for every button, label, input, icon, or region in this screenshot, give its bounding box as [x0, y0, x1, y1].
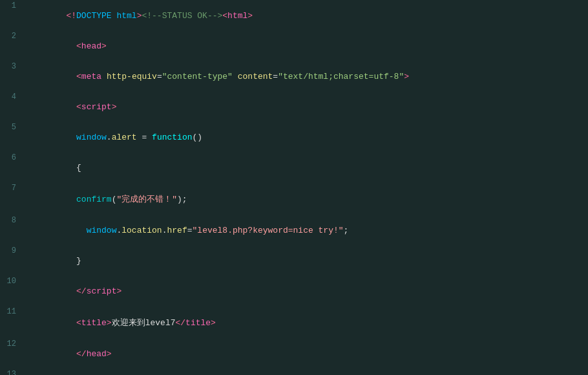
line-content: </script>: [23, 275, 588, 306]
code-line-13: 13 <body>: [0, 369, 588, 375]
code-line-7: 7 confirm("完成的不错！");: [0, 182, 588, 215]
line-content: window.alert = function(): [23, 122, 588, 152]
line-content: <body>: [23, 369, 588, 375]
line-content: <title>欢迎来到level7</title>: [23, 306, 588, 338]
code-line-6: 6 {: [0, 152, 588, 182]
line-content: window.location.href="level8.php?keyword…: [23, 215, 588, 245]
code-line-2: 2 <head>: [0, 30, 588, 61]
line-content: <script>: [23, 91, 588, 122]
code-editor: 1 <!DOCTYPE html><!--STATUS OK--><html> …: [0, 0, 588, 375]
line-number: 7: [0, 182, 23, 215]
line-number: 2: [0, 30, 23, 61]
code-line-5: 5 window.alert = function(): [0, 122, 588, 152]
line-content: }: [23, 245, 588, 275]
code-line-4: 4 <script>: [0, 91, 588, 122]
line-content: confirm("完成的不错！");: [23, 182, 588, 215]
line-content: <head>: [23, 30, 588, 61]
line-number: 6: [0, 152, 23, 182]
line-number: 1: [0, 0, 23, 30]
line-number: 8: [0, 215, 23, 245]
line-content: </head>: [23, 338, 588, 369]
code-line-11: 11 <title>欢迎来到level7</title>: [0, 306, 588, 338]
code-line-10: 10 </script>: [0, 275, 588, 306]
line-content: <!DOCTYPE html><!--STATUS OK--><html>: [23, 0, 588, 30]
line-content: {: [23, 152, 588, 182]
code-line-9: 9 }: [0, 245, 588, 275]
line-number: 12: [0, 338, 23, 369]
line-content: <meta http-equiv="content-type" content=…: [23, 61, 588, 91]
line-number: 5: [0, 122, 23, 152]
line-number: 10: [0, 275, 23, 306]
line-number: 4: [0, 91, 23, 122]
line-number: 13: [0, 369, 23, 375]
code-line-1: 1 <!DOCTYPE html><!--STATUS OK--><html>: [0, 0, 588, 30]
code-line-3: 3 <meta http-equiv="content-type" conten…: [0, 61, 588, 91]
code-line-8: 8 window.location.href="level8.php?keywo…: [0, 215, 588, 245]
line-number: 9: [0, 245, 23, 275]
line-number: 3: [0, 61, 23, 91]
code-line-12: 12 </head>: [0, 338, 588, 369]
line-number: 11: [0, 306, 23, 338]
